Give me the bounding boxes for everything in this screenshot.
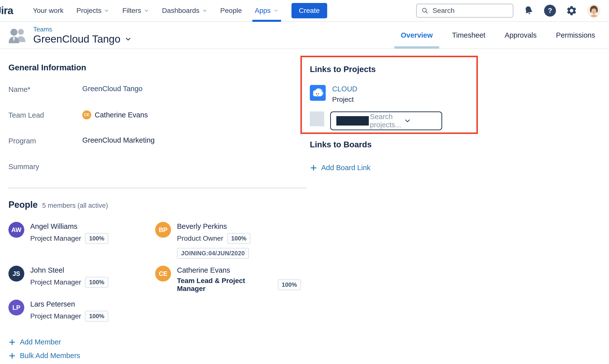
field-value-team-lead[interactable]: CE Catherine Evans <box>82 110 148 119</box>
plus-icon <box>8 352 16 360</box>
nav-item-people[interactable]: People <box>214 0 248 21</box>
member-role: Team Lead & Project Manager <box>177 277 274 293</box>
links-column: Links to Projects CLOUD Project Search p… <box>300 56 478 177</box>
field-label: Summary <box>8 162 82 171</box>
chevron-down-icon <box>104 8 109 13</box>
tab-approvals[interactable]: Approvals <box>505 22 537 49</box>
search-projects-combobox[interactable]: Search projects... <box>330 111 442 130</box>
team-title-dropdown[interactable]: GreenCloud Tango <box>33 33 132 45</box>
chevron-down-icon <box>144 8 149 13</box>
member-card-lars-petersen[interactable]: LP Lars Petersen Project Manager 100% <box>8 300 155 322</box>
nav-item-filters[interactable]: Filters <box>116 0 155 21</box>
notifications-bell-icon[interactable] <box>522 4 535 17</box>
section-divider <box>8 188 307 188</box>
bulk-add-members-button[interactable]: Bulk Add Members <box>8 352 80 360</box>
general-fields: Name* GreenCloud Tango Team Lead CE Cath… <box>8 85 301 172</box>
plus-icon <box>8 338 16 346</box>
links-to-projects-highlight-box: Links to Projects CLOUD Project Search p… <box>300 56 478 134</box>
tab-overview[interactable]: Overview <box>401 22 433 49</box>
chevron-down-icon <box>124 35 132 43</box>
user-avatar[interactable] <box>587 4 601 17</box>
nav-item-your-work[interactable]: Your work <box>27 0 70 21</box>
member-card-beverly-perkins[interactable]: BP Beverly Perkins Product Owner 100% JO… <box>155 222 301 259</box>
global-search-input[interactable]: Search <box>416 4 513 18</box>
search-projects-placeholder: Search projects... <box>370 113 402 129</box>
member-role: Project Manager <box>30 234 81 242</box>
project-icon-placeholder <box>310 111 324 126</box>
cloud-project-icon[interactable] <box>310 85 326 101</box>
add-member-label: Add Member <box>20 338 61 346</box>
people-member-count: 5 members (all active) <box>42 202 108 209</box>
joining-date-badge: JOINING:04/JUN/2020 <box>177 248 249 259</box>
chevron-down-icon[interactable] <box>404 117 436 125</box>
nav-item-label: Dashboards <box>162 7 200 15</box>
project-type-label: Project <box>332 96 357 104</box>
field-label: Program <box>8 136 82 145</box>
project-link-row: CLOUD Project <box>310 85 469 104</box>
links-to-projects-heading: Links to Projects <box>310 65 469 74</box>
general-info-column: General Information Name* GreenCloud Tan… <box>8 63 301 364</box>
field-summary: Summary <box>8 162 301 172</box>
help-glyph: ? <box>548 7 552 15</box>
jira-logo[interactable]: Jira <box>0 5 13 17</box>
bulk-add-members-label: Bulk Add Members <box>20 352 80 360</box>
page-title: GreenCloud Tango <box>33 33 120 45</box>
member-name: Lars Petersen <box>30 300 108 308</box>
plus-icon <box>310 164 317 172</box>
member-role: Project Manager <box>30 312 81 320</box>
avatar: BP <box>155 222 171 238</box>
nav-item-label: Filters <box>122 7 141 15</box>
team-icon <box>8 27 27 43</box>
nav-item-apps[interactable]: Apps <box>248 0 285 21</box>
avatar: LP <box>8 300 24 315</box>
members-grid: AW Angel Williams Project Manager 100% B… <box>8 222 301 322</box>
chevron-down-icon <box>273 8 279 13</box>
field-value-program[interactable]: GreenCloud Marketing <box>82 136 155 144</box>
top-navigation-bar: Jira Your work Projects Filters Dashboar… <box>0 0 609 22</box>
field-value-name[interactable]: GreenCloud Tango <box>82 85 143 93</box>
links-to-boards-heading: Links to Boards <box>310 140 478 149</box>
text-cursor <box>336 116 369 126</box>
member-card-angel-williams[interactable]: AW Angel Williams Project Manager 100% <box>8 222 155 259</box>
field-label: Name* <box>8 85 82 94</box>
nav-item-projects[interactable]: Projects <box>70 0 116 21</box>
nav-item-dashboards[interactable]: Dashboards <box>156 0 214 21</box>
primary-nav: Your work Projects Filters Dashboards Pe… <box>27 0 285 21</box>
add-member-button[interactable]: Add Member <box>8 338 61 346</box>
tab-permissions[interactable]: Permissions <box>556 22 595 49</box>
settings-gear-icon[interactable] <box>566 5 577 16</box>
create-button[interactable]: Create <box>291 3 327 18</box>
allocation-badge: 100% <box>227 233 250 244</box>
avatar: CE <box>82 110 91 119</box>
nav-item-label: Apps <box>255 7 271 15</box>
member-name: Angel Williams <box>30 222 108 231</box>
field-program: Program GreenCloud Marketing <box>8 136 301 146</box>
search-icon <box>421 7 429 14</box>
links-to-boards-section: Links to Boards Add Board Link <box>300 140 478 172</box>
avatar: CE <box>155 266 171 282</box>
people-heading: People <box>8 200 38 210</box>
member-name: John Steel <box>30 266 108 274</box>
member-actions: Add Member Bulk Add Members <box>8 338 301 360</box>
allocation-badge: 100% <box>85 233 108 244</box>
add-board-link-button[interactable]: Add Board Link <box>310 164 370 172</box>
add-project-link-row: Search projects... <box>310 111 469 130</box>
project-key-link[interactable]: CLOUD <box>332 85 357 93</box>
member-role: Project Manager <box>30 278 81 286</box>
team-header: Teams GreenCloud Tango Overview Timeshee… <box>0 22 609 49</box>
tab-timesheet[interactable]: Timesheet <box>452 22 485 49</box>
breadcrumb-teams[interactable]: Teams <box>33 26 132 33</box>
member-card-john-steel[interactable]: JS John Steel Project Manager 100% <box>8 266 155 293</box>
team-tabs: Overview Timesheet Approvals Permissions <box>401 22 595 49</box>
help-icon[interactable]: ? <box>544 5 556 17</box>
avatar: AW <box>8 222 24 238</box>
member-role: Product Owner <box>177 234 223 242</box>
member-name: Beverly Perkins <box>177 222 250 231</box>
member-card-catherine-evans[interactable]: CE Catherine Evans Team Lead & Project M… <box>155 266 301 293</box>
allocation-badge: 100% <box>278 279 301 290</box>
allocation-badge: 100% <box>85 277 108 288</box>
general-information-heading: General Information <box>8 63 301 72</box>
avatar: JS <box>8 266 24 282</box>
field-team-lead: Team Lead CE Catherine Evans <box>8 110 301 120</box>
chevron-down-icon <box>202 8 207 13</box>
